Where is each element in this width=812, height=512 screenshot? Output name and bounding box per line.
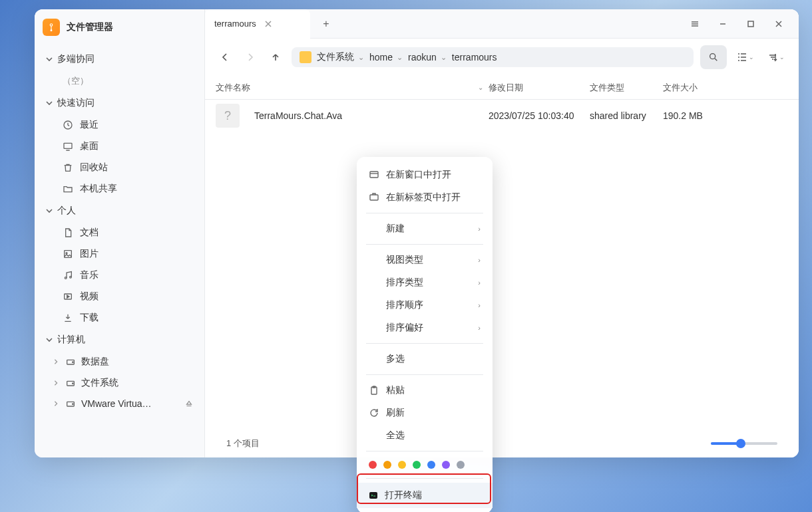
breadcrumb-seg-user[interactable]: raokun⌄ bbox=[408, 52, 447, 63]
section-computer[interactable]: 计算机 bbox=[40, 328, 199, 351]
clock-icon bbox=[63, 120, 73, 130]
sidebar-item-recent[interactable]: 最近 bbox=[40, 114, 199, 136]
sidebar-item-label: 音乐 bbox=[80, 269, 99, 281]
menu-label: 全选 bbox=[386, 430, 405, 442]
sidebar-header: 文件管理器 bbox=[35, 9, 204, 45]
close-button[interactable] bbox=[767, 14, 791, 34]
up-button[interactable] bbox=[266, 48, 285, 66]
tab-add-button[interactable]: + bbox=[315, 13, 337, 35]
breadcrumb-root[interactable]: 文件系统⌄ bbox=[317, 51, 364, 63]
search-button[interactable] bbox=[700, 45, 727, 69]
tab-icon bbox=[369, 192, 379, 203]
maximize-button[interactable] bbox=[739, 14, 763, 34]
menu-button[interactable] bbox=[683, 14, 707, 34]
sidebar-item-label: 下载 bbox=[80, 312, 99, 324]
content-area[interactable]: 文件名称⌄ 修改日期 文件类型 文件大小 ? TerraMours.Chat.A… bbox=[205, 76, 799, 432]
color-tag-blue[interactable] bbox=[427, 461, 435, 469]
forward-button[interactable] bbox=[241, 48, 260, 66]
color-tag-yellow[interactable] bbox=[398, 461, 406, 469]
tab-current[interactable]: terramours bbox=[205, 9, 310, 39]
col-date[interactable]: 修改日期 bbox=[489, 82, 590, 94]
zoom-slider[interactable] bbox=[711, 442, 777, 445]
breadcrumb[interactable]: 文件系统⌄ home⌄ raokun⌄ terramours bbox=[292, 47, 694, 67]
section-label: 个人 bbox=[57, 205, 76, 217]
menu-sort-order[interactable]: 排序顺序 › bbox=[357, 294, 493, 317]
menu-open-new-window[interactable]: 在新窗口中打开 bbox=[357, 164, 493, 186]
sidebar-item-videos[interactable]: 视频 bbox=[40, 286, 199, 307]
color-tag-orange[interactable] bbox=[383, 461, 391, 469]
section-personal[interactable]: 个人 bbox=[40, 199, 199, 222]
menu-label: 排序顺序 bbox=[386, 299, 423, 311]
app-icon bbox=[43, 19, 60, 36]
section-label: 计算机 bbox=[57, 334, 85, 346]
chevron-down-icon bbox=[45, 99, 53, 107]
table-header: 文件名称⌄ 修改日期 文件类型 文件大小 bbox=[205, 76, 799, 100]
section-sync[interactable]: 多端协同 bbox=[40, 48, 199, 70]
menu-separator bbox=[366, 213, 483, 213]
zoom-thumb[interactable] bbox=[736, 439, 745, 448]
col-name[interactable]: 文件名称⌄ bbox=[216, 82, 489, 94]
menu-open-terminal[interactable]: 打开终端 bbox=[357, 483, 493, 508]
svg-point-12 bbox=[73, 362, 73, 362]
menu-sort-pref[interactable]: 排序偏好 › bbox=[357, 317, 493, 339]
sidebar-item-pictures[interactable]: 图片 bbox=[40, 243, 199, 265]
color-tag-green[interactable] bbox=[413, 461, 421, 469]
sidebar-item-music[interactable]: 音乐 bbox=[40, 265, 199, 286]
sidebar-item-label: 桌面 bbox=[80, 140, 99, 152]
svg-line-19 bbox=[715, 59, 717, 61]
sync-empty: （空） bbox=[40, 70, 199, 92]
sidebar-item-datadisk[interactable]: 数据盘 bbox=[40, 351, 199, 372]
sidebar-list: 多端协同 （空） 快速访问 最近 桌面 回收站 本机共享 bbox=[35, 45, 204, 457]
menu-multi-select[interactable]: 多选 bbox=[357, 348, 493, 370]
menu-open-new-tab[interactable]: 在新标签页中打开 bbox=[357, 186, 493, 209]
sidebar-item-downloads[interactable]: 下载 bbox=[40, 307, 199, 328]
back-button[interactable] bbox=[216, 48, 234, 66]
view-mode-button[interactable]: ⌄ bbox=[733, 48, 757, 66]
chevron-down-icon: ⌄ bbox=[749, 54, 754, 61]
sidebar-item-documents[interactable]: 文档 bbox=[40, 222, 199, 243]
chevron-down-icon: ⌄ bbox=[441, 53, 447, 62]
menu-color-tags bbox=[357, 455, 493, 474]
minimize-button[interactable] bbox=[711, 14, 735, 34]
section-label: 多端协同 bbox=[57, 53, 95, 65]
trash-icon bbox=[63, 162, 73, 173]
eject-icon[interactable] bbox=[184, 399, 194, 408]
toolbar: 文件系统⌄ home⌄ raokun⌄ terramours ⌄ ⌄ bbox=[205, 39, 799, 76]
menu-separator bbox=[366, 343, 483, 344]
tab-close-button[interactable] bbox=[264, 20, 274, 28]
menu-refresh[interactable]: 刷新 bbox=[357, 402, 493, 424]
col-size[interactable]: 文件大小 bbox=[663, 82, 788, 94]
sidebar-item-vmware[interactable]: VMware Virtua… bbox=[40, 394, 199, 414]
menu-paste[interactable]: 粘贴 bbox=[357, 379, 493, 402]
paste-icon bbox=[369, 385, 379, 396]
menu-new[interactable]: 新建 › bbox=[357, 217, 493, 240]
breadcrumb-seg-home[interactable]: home⌄ bbox=[369, 52, 403, 63]
table-row[interactable]: ? TerraMours.Chat.Ava 2023/07/25 10:03:4… bbox=[205, 100, 799, 132]
menu-separator bbox=[366, 374, 483, 375]
sort-button[interactable]: ⌄ bbox=[764, 48, 788, 66]
sidebar-item-trash[interactable]: 回收站 bbox=[40, 157, 199, 178]
sidebar-item-filesystem[interactable]: 文件系统 bbox=[40, 372, 199, 394]
breadcrumb-seg-current[interactable]: terramours bbox=[452, 52, 497, 63]
section-quick[interactable]: 快速访问 bbox=[40, 92, 199, 114]
sidebar-item-label: 文件系统 bbox=[81, 377, 118, 389]
svg-rect-20 bbox=[370, 172, 378, 178]
terminal-icon bbox=[369, 491, 378, 500]
color-tag-purple[interactable] bbox=[442, 461, 450, 469]
sidebar-item-label: 数据盘 bbox=[81, 356, 109, 368]
sidebar-item-label: VMware Virtua… bbox=[81, 398, 152, 409]
menu-label: 在新标签页中打开 bbox=[386, 192, 461, 203]
menu-label: 视图类型 bbox=[386, 254, 423, 266]
menu-sort-type[interactable]: 排序类型 › bbox=[357, 271, 493, 294]
sort-indicator-icon: ⌄ bbox=[478, 84, 483, 91]
unknown-file-icon: ? bbox=[216, 104, 240, 128]
col-type[interactable]: 文件类型 bbox=[590, 82, 663, 94]
color-tag-red[interactable] bbox=[369, 461, 377, 469]
menu-label: 粘贴 bbox=[386, 384, 405, 396]
folder-icon bbox=[300, 51, 311, 63]
sidebar-item-desktop[interactable]: 桌面 bbox=[40, 136, 199, 157]
menu-select-all[interactable]: 全选 bbox=[357, 424, 493, 447]
color-tag-gray[interactable] bbox=[457, 461, 465, 469]
sidebar-item-share[interactable]: 本机共享 bbox=[40, 178, 199, 199]
menu-view-type[interactable]: 视图类型 › bbox=[357, 249, 493, 271]
